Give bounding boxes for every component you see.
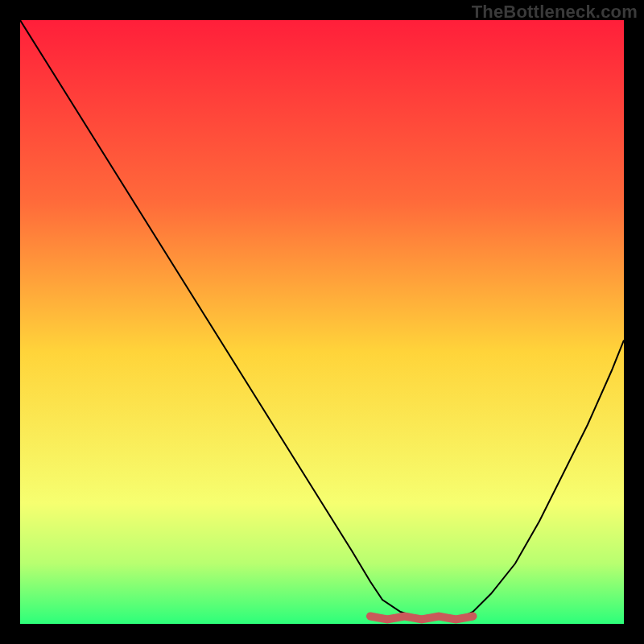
chart-stage: TheBottleneck.com [0,0,644,644]
plot-svg [20,20,624,624]
optimal-range-marker [370,617,473,620]
bottleneck-plot [20,20,624,624]
